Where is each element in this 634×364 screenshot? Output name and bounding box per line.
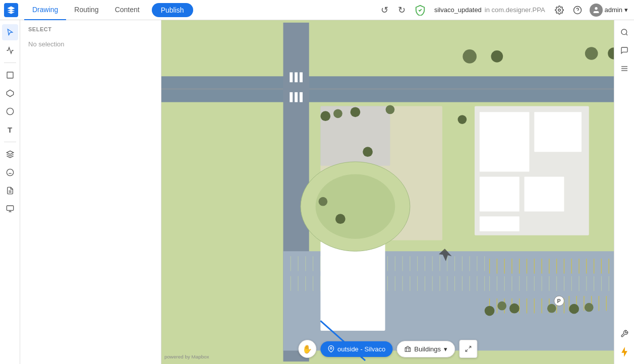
buildings-dropdown-icon: ▾ [444,345,447,353]
svg-line-172 [469,346,471,348]
tab-content[interactable]: Content [107,0,148,20]
svg-point-162 [497,301,506,311]
rectangle-tool-button[interactable] [2,67,18,83]
user-menu[interactable]: admin ▾ [588,4,630,17]
shield-button[interactable] [412,2,428,18]
svg-point-155 [351,107,361,117]
location-label: outside - Silvaco [337,345,385,353]
user-chevron-icon: ▾ [624,6,628,14]
map-svg: P powered by Mapbox [161,20,614,364]
undo-button[interactable]: ↺ [377,2,393,18]
right-toolbar [614,20,634,364]
svg-point-158 [363,147,373,157]
app-logo[interactable] [4,3,18,17]
svg-marker-5 [7,90,13,96]
svg-rect-140 [320,241,385,331]
tab-routing[interactable]: Routing [66,0,106,20]
layers-button[interactable] [616,60,632,77]
face-tool-button[interactable] [2,164,18,180]
svg-line-175 [626,34,627,35]
map-canvas[interactable]: P powered by Mapbox ✋ outside - Silvaco … [161,20,614,364]
avatar [590,4,603,17]
svg-point-156 [386,105,395,114]
hand-tool-button[interactable]: ✋ [298,340,316,358]
comments-button[interactable] [616,42,632,58]
layer-tool-button[interactable] [2,146,18,162]
svg-point-6 [7,108,13,114]
svg-point-164 [547,304,556,313]
bottom-bar: ✋ outside - Silvaco Buildings ▾ [298,340,477,358]
polygon-tool-button[interactable] [2,85,18,101]
svg-point-166 [585,303,594,312]
svg-rect-137 [480,176,520,211]
stack-tool-button[interactable] [2,201,18,217]
svg-rect-139 [480,216,520,231]
svg-point-163 [509,304,520,314]
publish-button[interactable]: Publish [152,3,193,17]
svg-point-0 [558,9,560,11]
file-path: in com.designer.PPA [485,6,545,14]
buildings-badge[interactable]: Buildings ▾ [396,341,455,357]
main-area: T SELECT No selection [0,20,634,364]
svg-marker-7 [7,151,13,154]
svg-point-157 [457,115,467,124]
svg-rect-4 [7,72,13,78]
svg-rect-19 [161,88,614,90]
svg-rect-22 [290,72,293,82]
location-badge[interactable]: outside - Silvaco [320,341,392,357]
side-panel: SELECT No selection [20,20,161,364]
buildings-label: Buildings [414,345,441,353]
toolbar-divider-2 [4,142,16,142]
svg-text:P: P [557,298,561,304]
svg-point-153 [320,111,330,121]
side-panel-content: No selection [20,36,161,52]
fullscreen-button[interactable] [459,340,477,358]
topbar: Drawing Routing Content Publish ↺ ↻ silv… [0,0,634,20]
svg-point-174 [621,29,627,35]
svg-point-145 [316,174,395,239]
file-name: silvaco_updated [434,6,482,14]
tab-drawing[interactable]: Drawing [24,0,66,20]
circle-tool-button[interactable] [2,103,18,119]
text-tool-button[interactable]: T [2,122,18,138]
svg-rect-136 [534,112,582,152]
svg-text:powered by Mapbox: powered by Mapbox [164,354,209,359]
svg-point-170 [330,347,332,349]
side-panel-header: SELECT [20,20,161,36]
svg-point-147 [491,50,503,63]
tools-button[interactable] [616,326,632,342]
settings-button[interactable] [551,2,567,18]
help-button[interactable] [569,2,586,18]
svg-rect-135 [480,112,530,171]
svg-line-173 [466,349,468,351]
svg-point-3 [595,7,597,10]
toolbar-divider [4,63,16,63]
file-info: silvaco_updated in com.designer.PPA [430,6,549,14]
svg-point-154 [333,109,342,118]
svg-rect-26 [295,92,298,102]
bolt-button[interactable] [616,344,632,360]
svg-point-159 [318,197,327,206]
undo-redo-group: ↺ ↻ [377,2,410,18]
svg-rect-27 [300,92,303,102]
svg-point-8 [7,169,13,175]
svg-rect-14 [7,206,13,210]
redo-button[interactable]: ↻ [394,2,410,18]
document-tool-button[interactable] [2,183,18,199]
svg-point-148 [585,47,598,60]
user-name: admin [605,6,622,14]
svg-rect-138 [525,176,564,211]
svg-point-146 [463,49,477,64]
svg-rect-171 [405,348,411,351]
svg-rect-23 [295,72,298,82]
stats-tool-button[interactable] [2,42,18,58]
svg-point-161 [485,306,495,316]
svg-point-160 [335,214,345,224]
svg-point-165 [569,304,579,314]
search-panel-button[interactable] [616,24,632,40]
nav-tabs: Drawing Routing Content [24,0,148,20]
svg-rect-25 [290,92,293,102]
svg-rect-24 [300,72,303,82]
left-toolbar: T [0,20,20,364]
select-tool-button[interactable] [2,24,18,40]
